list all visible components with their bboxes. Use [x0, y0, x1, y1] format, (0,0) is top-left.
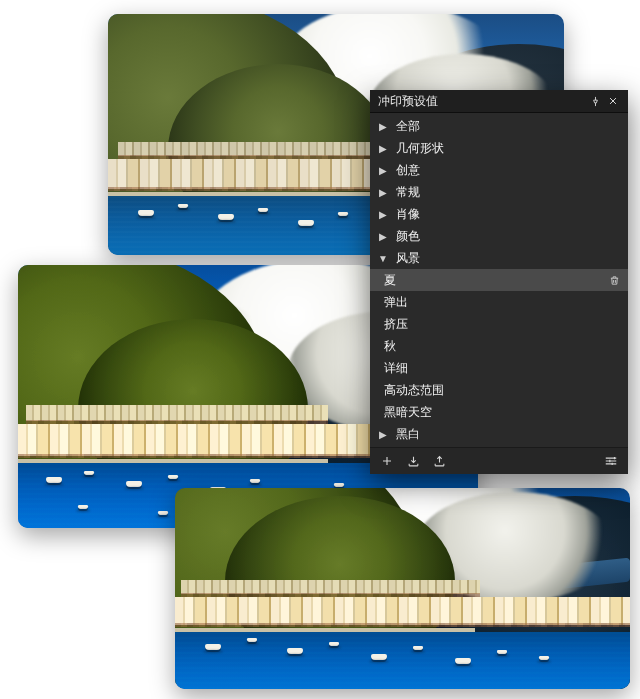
preset-group-label: 颜色 [396, 228, 420, 245]
chevron-down-icon [376, 253, 390, 264]
trash-icon[interactable] [609, 275, 620, 286]
pin-icon[interactable] [586, 92, 604, 110]
preset-item-label: 详细 [384, 360, 408, 377]
preset-group-label: 几何形状 [396, 140, 444, 157]
preset-group[interactable]: 肖像 [370, 203, 628, 225]
preset-item-label: 弹出 [384, 294, 408, 311]
close-icon[interactable] [604, 92, 622, 110]
chevron-right-icon [376, 165, 390, 176]
panel-title: 冲印预设值 [378, 93, 586, 110]
preset-group-label: 肖像 [396, 206, 420, 223]
preset-group[interactable]: 全部 [370, 115, 628, 137]
preset-group[interactable]: 几何形状 [370, 137, 628, 159]
preset-group[interactable]: 颜色 [370, 225, 628, 247]
panel-footer [370, 447, 628, 474]
preset-group[interactable]: 创意 [370, 159, 628, 181]
preset-group[interactable]: 黑白 [370, 423, 628, 445]
preset-group[interactable]: 风景 [370, 247, 628, 269]
preset-group-label: 黑白 [396, 426, 420, 443]
chevron-right-icon [376, 187, 390, 198]
develop-presets-panel: 冲印预设值 全部几何形状创意常规肖像颜色风景夏弹出挤压秋详细高动态范围黑暗天空黑… [370, 90, 628, 474]
preset-group-label: 常规 [396, 184, 420, 201]
preset-group-label: 全部 [396, 118, 420, 135]
preset-item-label: 夏 [384, 272, 396, 289]
chevron-right-icon [376, 209, 390, 220]
chevron-right-icon [376, 231, 390, 242]
preset-group[interactable]: 常规 [370, 181, 628, 203]
preset-item[interactable]: 挤压 [370, 313, 628, 335]
panel-titlebar[interactable]: 冲印预设值 [370, 90, 628, 113]
preset-item-label: 秋 [384, 338, 396, 355]
preset-item[interactable]: 详细 [370, 357, 628, 379]
preset-item-label: 黑暗天空 [384, 404, 432, 421]
add-icon[interactable] [376, 451, 398, 471]
preset-item[interactable]: 高动态范围 [370, 379, 628, 401]
preview-image-secondary [175, 488, 630, 689]
preset-item[interactable]: 黑暗天空 [370, 401, 628, 423]
preset-item-label: 挤压 [384, 316, 408, 333]
import-icon[interactable] [402, 451, 424, 471]
chevron-right-icon [376, 121, 390, 132]
preset-item-label: 高动态范围 [384, 382, 444, 399]
chevron-right-icon [376, 429, 390, 440]
options-icon[interactable] [600, 451, 622, 471]
preset-item[interactable]: 弹出 [370, 291, 628, 313]
preset-item[interactable]: 夏 [370, 269, 628, 291]
preset-group-label: 创意 [396, 162, 420, 179]
preset-item[interactable]: 秋 [370, 335, 628, 357]
preset-group-label: 风景 [396, 250, 420, 267]
export-icon[interactable] [428, 451, 450, 471]
chevron-right-icon [376, 143, 390, 154]
preset-list: 全部几何形状创意常规肖像颜色风景夏弹出挤压秋详细高动态范围黑暗天空黑白 [370, 113, 628, 447]
